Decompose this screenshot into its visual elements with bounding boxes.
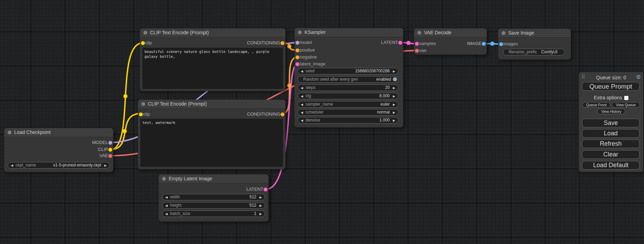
samples-input-label: samples xyxy=(419,41,436,46)
conditioning-output-port[interactable] xyxy=(281,112,284,116)
model-output-port[interactable] xyxy=(108,141,112,145)
collapse-dot-icon[interactable] xyxy=(162,177,166,181)
latent-output-label: LATENT xyxy=(246,187,263,192)
decrement-arrow-icon[interactable]: ◀ xyxy=(301,118,303,123)
widget-label: steps xyxy=(306,85,316,90)
increment-arrow-icon[interactable]: ▶ xyxy=(259,211,262,217)
node-vae-decode[interactable]: VAE Decode samples vae IMAGE xyxy=(414,28,487,55)
extra-options-row: Extra options xyxy=(579,95,643,100)
increment-arrow-icon[interactable]: ▶ xyxy=(393,69,395,74)
queue-front-button[interactable]: Queue Front xyxy=(582,102,610,108)
refresh-button[interactable]: Refresh xyxy=(582,139,639,148)
random-seed-widget[interactable]: Random seed after every gen enabled xyxy=(298,76,398,83)
widget-value: 512 xyxy=(249,194,256,200)
decrement-arrow-icon[interactable]: ◀ xyxy=(301,93,303,99)
decrement-arrow-icon[interactable]: ◀ xyxy=(301,102,303,107)
vae-input-port[interactable] xyxy=(415,49,419,53)
increment-arrow-icon[interactable]: ▶ xyxy=(259,195,262,200)
steps-widget[interactable]: ◀ steps 20 ▶ xyxy=(298,84,398,91)
load-button[interactable]: Load xyxy=(582,129,639,138)
positive-input-port[interactable] xyxy=(295,48,299,52)
latent-image-input-port[interactable] xyxy=(295,62,299,66)
node-title: CLIP Text Encode (Prompt) xyxy=(150,30,209,35)
denoise-widget[interactable]: ◀ denoise 1.000 ▶ xyxy=(298,117,398,124)
collapse-dot-icon[interactable] xyxy=(298,30,302,34)
widget-value: 8.000 xyxy=(379,93,390,99)
node-ksampler[interactable]: KSampler model positive negative latent_… xyxy=(294,28,403,127)
graph-canvas[interactable]: Load Checkpoint MODEL CLIP VAE ◀ ckpt_na… xyxy=(0,0,644,244)
decrement-arrow-icon[interactable]: ◀ xyxy=(165,211,168,217)
negative-prompt-textarea[interactable]: text, watermark xyxy=(140,119,283,167)
image-output-port[interactable] xyxy=(482,42,486,46)
model-input-port[interactable] xyxy=(295,41,299,45)
node-title-bar[interactable]: VAE Decode xyxy=(414,28,487,37)
increment-arrow-icon[interactable]: ▶ xyxy=(393,85,395,91)
increment-arrow-icon[interactable]: ▶ xyxy=(393,118,395,123)
decrement-arrow-icon[interactable]: ◀ xyxy=(165,203,168,208)
negative-input-label: negative xyxy=(300,55,317,60)
widget-label: ckpt_name xyxy=(16,162,36,168)
latent-output-port[interactable] xyxy=(264,188,267,191)
samples-input-port[interactable] xyxy=(415,42,419,46)
queue-prompt-button[interactable]: Queue Prompt xyxy=(582,82,639,91)
view-history-button[interactable]: View History xyxy=(597,109,625,114)
negative-input-port[interactable] xyxy=(295,55,299,59)
collapse-dot-icon[interactable] xyxy=(143,31,147,35)
decrement-arrow-icon[interactable]: ◀ xyxy=(301,69,303,74)
vae-output-port[interactable] xyxy=(108,154,112,158)
node-save-image[interactable]: Save Image images filename_prefix ComfyU… xyxy=(498,29,571,60)
decrement-arrow-icon[interactable]: ◀ xyxy=(165,195,168,200)
gear-icon[interactable]: ⚙ xyxy=(636,74,641,80)
extra-options-checkbox[interactable] xyxy=(624,96,628,100)
node-title: Load Checkpoint xyxy=(14,129,51,135)
sampler-name-widget[interactable]: ◀ sampler_name euler ▶ xyxy=(298,101,398,108)
node-load-checkpoint[interactable]: Load Checkpoint MODEL CLIP VAE ◀ ckpt_na… xyxy=(4,128,113,172)
collapse-dot-icon[interactable] xyxy=(141,102,145,106)
increment-arrow-icon[interactable]: ▶ xyxy=(259,203,262,208)
decrement-arrow-icon[interactable]: ◀ xyxy=(301,110,303,115)
link-midpoint-dot xyxy=(123,94,127,98)
decrement-arrow-icon[interactable]: ◀ xyxy=(301,85,303,91)
filename-prefix-widget[interactable]: filename_prefix ComfyUI xyxy=(503,49,565,55)
cfg-widget[interactable]: ◀ cfg 8.000 ▶ xyxy=(298,93,398,99)
scheduler-widget[interactable]: ◀ scheduler normal ▶ xyxy=(298,109,398,116)
collapse-dot-icon[interactable] xyxy=(417,31,421,35)
node-title-bar[interactable]: Empty Latent Image xyxy=(159,174,268,183)
decrement-arrow-icon[interactable]: ◀ xyxy=(11,163,13,168)
width-widget[interactable]: ◀ width 512 ▶ xyxy=(162,194,265,200)
clip-input-port[interactable] xyxy=(139,112,143,116)
node-title-bar[interactable]: Load Checkpoint xyxy=(4,128,113,137)
node-clip-text-encode-positive[interactable]: CLIP Text Encode (Prompt) clip CONDITION… xyxy=(140,28,285,91)
node-title-bar[interactable]: CLIP Text Encode (Prompt) xyxy=(138,100,285,109)
clear-button[interactable]: Clear xyxy=(582,150,639,159)
queue-panel[interactable]: ⠿ Queue size: 0 ⚙ Queue Prompt Extra opt… xyxy=(579,72,643,172)
widget-value: enabled xyxy=(376,76,391,82)
node-empty-latent-image[interactable]: Empty Latent Image LATENT ◀ width 512 ▶ … xyxy=(159,174,268,222)
link-midpoint-dot xyxy=(287,44,291,48)
increment-arrow-icon[interactable]: ▶ xyxy=(104,163,107,168)
latent-output-port[interactable] xyxy=(398,41,402,45)
collapse-dot-icon[interactable] xyxy=(502,31,505,35)
seed-widget[interactable]: ◀ seed 156680208700286 ▶ xyxy=(298,68,398,74)
batch-size-widget[interactable]: ◀ batch_size 1 ▶ xyxy=(162,210,265,217)
widget-value: normal xyxy=(377,109,390,115)
conditioning-output-port[interactable] xyxy=(281,41,284,45)
positive-prompt-textarea[interactable]: beautiful scenery nature glass bottle la… xyxy=(142,48,283,89)
node-clip-text-encode-negative[interactable]: CLIP Text Encode (Prompt) clip CONDITION… xyxy=(138,100,285,169)
ckpt-name-widget[interactable]: ◀ ckpt_name v1-5-pruned-emaonly.ckpt ▶ xyxy=(8,162,110,169)
save-button[interactable]: Save xyxy=(582,119,639,127)
increment-arrow-icon[interactable]: ▶ xyxy=(393,110,395,115)
node-title-bar[interactable]: Save Image xyxy=(498,29,571,38)
node-title-bar[interactable]: KSampler xyxy=(294,28,403,37)
toggle-indicator[interactable] xyxy=(393,77,397,81)
clip-output-port[interactable] xyxy=(108,148,112,152)
images-input-port[interactable] xyxy=(499,42,503,46)
increment-arrow-icon[interactable]: ▶ xyxy=(393,93,395,99)
load-default-button[interactable]: Load Default xyxy=(582,161,639,170)
clip-input-port[interactable] xyxy=(141,41,145,45)
collapse-dot-icon[interactable] xyxy=(8,130,11,134)
increment-arrow-icon[interactable]: ▶ xyxy=(393,102,395,107)
view-queue-button[interactable]: View Queue xyxy=(612,102,640,108)
height-widget[interactable]: ◀ height 512 ▶ xyxy=(162,202,265,209)
node-title-bar[interactable]: CLIP Text Encode (Prompt) xyxy=(140,28,285,37)
